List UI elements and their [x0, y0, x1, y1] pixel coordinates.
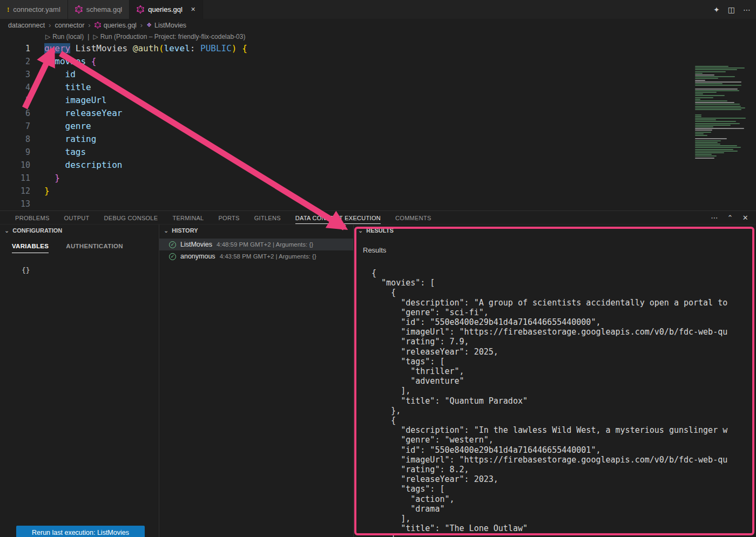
- code-token: imageUrl: [65, 95, 107, 105]
- minimap-line: [695, 74, 714, 76]
- code-line[interactable]: 3 id: [0, 68, 756, 81]
- line-number: 1: [0, 42, 30, 55]
- panel-actions: ⋯ ⌃ ✕: [711, 211, 748, 225]
- tab-label: connector.yaml: [13, 5, 60, 13]
- code-token: }: [55, 173, 60, 183]
- code-token: [44, 69, 65, 79]
- code-text: releaseYear: [44, 107, 123, 120]
- breadcrumb-item-connector[interactable]: connector: [55, 22, 84, 29]
- minimap-line: [695, 76, 735, 77]
- code-token: [44, 121, 65, 131]
- panel-tab-ports[interactable]: PORTS: [218, 212, 239, 223]
- panel-tab-problems[interactable]: PROBLEMS: [15, 212, 50, 223]
- code-editor[interactable]: ▷ Run (local) | ▷ Run (Production – Proj…: [0, 31, 756, 210]
- code-token: id: [65, 69, 76, 79]
- code-line[interactable]: 2 movies {: [0, 55, 756, 68]
- panel-tab-terminal[interactable]: TERMINAL: [172, 212, 204, 223]
- chevron-right-icon: ›: [140, 21, 143, 29]
- minimap-line: [695, 158, 714, 159]
- more-actions-icon[interactable]: ⋯: [711, 214, 718, 222]
- history-item-listmovies[interactable]: ✓ ListMovies 4:48:59 PM GMT+2 | Argument…: [159, 239, 353, 250]
- sparkle-icon[interactable]: ✦: [713, 5, 720, 14]
- minimap-line: [695, 149, 733, 150]
- code-line[interactable]: 11 }: [0, 172, 756, 185]
- rerun-last-execution-button[interactable]: Rerun last execution: ListMovies: [16, 526, 145, 537]
- code-line[interactable]: 6 releaseYear: [0, 107, 756, 120]
- results-header[interactable]: ⌄ RESULTS: [354, 225, 756, 236]
- variables-value[interactable]: {}: [22, 266, 159, 274]
- maximize-panel-icon[interactable]: ⌃: [727, 214, 733, 222]
- line-number: 4: [0, 81, 30, 94]
- minimap-line: [695, 133, 704, 134]
- minimap-line: [695, 126, 713, 127]
- tab-authentication[interactable]: AUTHENTICATION: [66, 243, 123, 253]
- chevron-down-icon: ⌄: [4, 227, 9, 234]
- line-number: 7: [0, 120, 30, 133]
- minimap-line: [695, 73, 703, 74]
- code-token: ListMovies: [76, 43, 127, 53]
- line-number: 5: [0, 94, 30, 107]
- code-line[interactable]: 8 rating: [0, 133, 756, 146]
- line-number: 8: [0, 133, 30, 146]
- minimap-line: [695, 78, 718, 79]
- breadcrumb-item-dataconnect[interactable]: dataconnect: [8, 22, 45, 29]
- code-token: query: [44, 43, 70, 53]
- code-line[interactable]: 10 description: [0, 159, 756, 172]
- code-line[interactable]: 5 imageUrl: [0, 94, 756, 107]
- code-line[interactable]: 9 tags: [0, 146, 756, 159]
- panel-body: ⌄ CONFIGURATION VARIABLES AUTHENTICATION…: [0, 225, 756, 537]
- code-token: [44, 160, 65, 170]
- code-line[interactable]: 12}: [0, 185, 756, 198]
- run-local-link[interactable]: ▷ Run (local): [45, 33, 84, 40]
- history-item-name: anonymous: [180, 253, 215, 260]
- panel-tab-comments[interactable]: COMMENTS: [395, 212, 431, 223]
- tab-connector-yaml[interactable]: ! connector.yaml: [0, 0, 68, 19]
- results-json[interactable]: { "movies": [ { "description": "A group …: [372, 268, 756, 537]
- minimap-line: [695, 132, 711, 133]
- minimap-line: [695, 90, 739, 91]
- panel-tab-output[interactable]: OUTPUT: [64, 212, 90, 223]
- tab-queries-gql[interactable]: queries.gql ✕: [130, 0, 203, 19]
- line-number: 13: [0, 198, 30, 210]
- breadcrumb-item-listmovies[interactable]: ❖ ListMovies: [146, 22, 186, 29]
- code-line[interactable]: 7 genre: [0, 120, 756, 133]
- line-number: 9: [0, 146, 30, 159]
- results-label: Results: [363, 246, 756, 254]
- code-text: id: [44, 68, 76, 81]
- minimap-line: [695, 95, 725, 96]
- code-line[interactable]: 13: [0, 198, 756, 210]
- breadcrumb-label: ListMovies: [154, 22, 186, 29]
- history-item-meta: 4:43:58 PM GMT+2 | Arguments: {}: [220, 253, 316, 260]
- code-token: tags: [65, 147, 86, 157]
- code-line[interactable]: 4 title: [0, 81, 756, 94]
- panel-tab-data-connect-execution[interactable]: DATA CONNECT EXECUTION: [295, 212, 381, 224]
- run-production-link[interactable]: ▷ Run (Production – Project: friendly-fl…: [93, 33, 245, 40]
- graphql-icon: [94, 22, 101, 29]
- history-title: HISTORY: [172, 227, 198, 234]
- tab-label: queries.gql: [148, 5, 183, 13]
- panel-tab-gitlens[interactable]: GITLENS: [254, 212, 281, 223]
- close-panel-icon[interactable]: ✕: [742, 214, 748, 222]
- split-editor-icon[interactable]: ◫: [728, 5, 735, 14]
- minimap[interactable]: [693, 63, 756, 165]
- history-item-anonymous[interactable]: ✓ anonymous 4:43:58 PM GMT+2 | Arguments…: [159, 250, 353, 262]
- tab-schema-gql[interactable]: schema.gql: [68, 0, 130, 19]
- minimap-line: [695, 125, 731, 126]
- panel-tab-debug-console[interactable]: DEBUG CONSOLE: [104, 212, 158, 223]
- code-text: }: [44, 172, 60, 185]
- more-actions-icon[interactable]: ⋯: [743, 5, 751, 14]
- configuration-tabs: VARIABLES AUTHENTICATION: [0, 243, 159, 253]
- line-number: 3: [0, 68, 30, 81]
- tab-variables[interactable]: VARIABLES: [12, 243, 49, 253]
- breadcrumb-item-queries-gql[interactable]: queries.gql: [94, 22, 137, 29]
- yaml-warning-icon: !: [7, 5, 9, 14]
- code-token: genre: [65, 121, 91, 131]
- minimap-line: [695, 114, 701, 115]
- code-token: [44, 108, 65, 118]
- minimap-line: [695, 152, 724, 153]
- close-icon[interactable]: ✕: [191, 6, 195, 13]
- history-header[interactable]: ⌄ HISTORY: [159, 225, 353, 236]
- configuration-header[interactable]: ⌄ CONFIGURATION: [0, 225, 159, 236]
- code-line[interactable]: 1query ListMovies @auth(level: PUBLIC) {: [0, 42, 756, 55]
- minimap-line: [695, 71, 726, 72]
